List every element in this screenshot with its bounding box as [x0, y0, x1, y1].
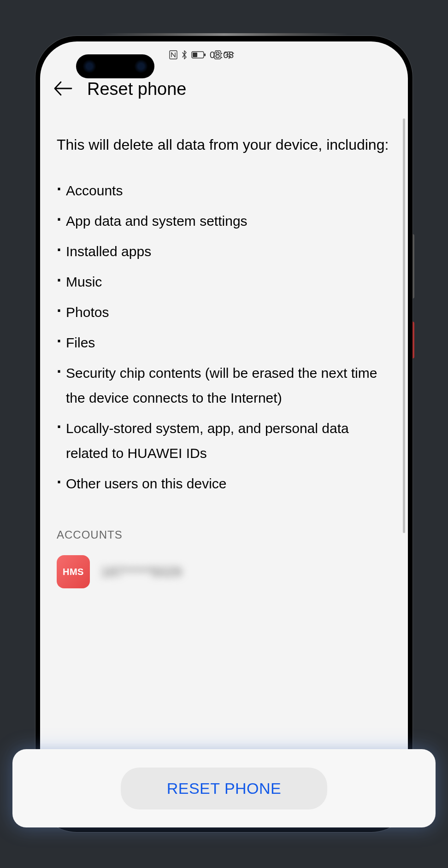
power-button — [413, 322, 414, 358]
reset-phone-button[interactable]: RESET PHONE — [121, 768, 328, 809]
list-item: Security chip contents (will be erased t… — [57, 361, 391, 411]
list-item: Music — [57, 270, 391, 294]
page-title: Reset phone — [87, 79, 187, 99]
screen: ! 08:08 — [40, 41, 408, 824]
volume-button — [413, 234, 414, 299]
list-item: App data and system settings — [57, 209, 391, 234]
data-types-list: Accounts App data and system settings In… — [57, 178, 391, 496]
list-item: Photos — [57, 300, 391, 325]
svg-text:!: ! — [217, 53, 218, 58]
list-item: Accounts — [57, 178, 391, 203]
back-arrow-icon[interactable] — [54, 80, 72, 99]
sim-icon: ! — [214, 50, 221, 59]
phone-frame: ! 08:08 — [35, 36, 413, 832]
bottom-action-bar: RESET PHONE — [12, 749, 436, 827]
list-item: Installed apps — [57, 239, 391, 264]
svg-point-1 — [229, 58, 230, 59]
battery-icon — [191, 51, 206, 59]
camera-cutout — [76, 54, 154, 78]
wifi-icon — [224, 51, 234, 59]
scrollbar[interactable] — [403, 118, 405, 533]
bluetooth-icon — [181, 50, 188, 59]
accounts-section-label: ACCOUNTS — [57, 528, 391, 541]
list-item: Locally-stored system, app, and personal… — [57, 416, 391, 466]
account-row[interactable]: HMS 187*****5029 — [57, 555, 391, 588]
status-center-icons: ! — [214, 50, 234, 59]
list-item: Other users on this device — [57, 471, 391, 496]
hms-icon: HMS — [57, 555, 90, 588]
list-item: Files — [57, 330, 391, 355]
intro-text: This will delete all data from your devi… — [57, 134, 391, 155]
svg-rect-4 — [204, 53, 206, 56]
content-area[interactable]: This will delete all data from your devi… — [40, 106, 408, 680]
nfc-icon — [169, 50, 177, 59]
svg-rect-5 — [193, 53, 197, 57]
camera-lens — [134, 59, 148, 73]
camera-lens — [83, 59, 96, 73]
account-id: 187*****5029 — [101, 564, 182, 580]
